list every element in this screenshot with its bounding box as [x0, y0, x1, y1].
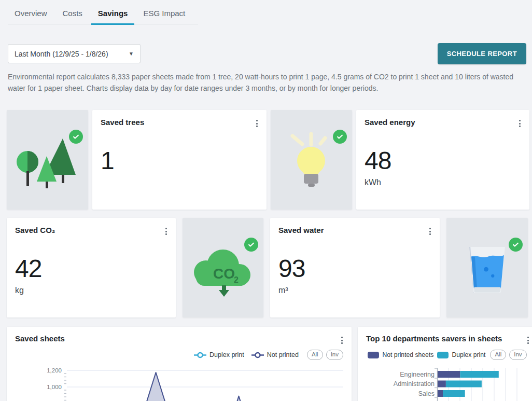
- legend-label: Duplex print: [452, 351, 485, 358]
- schedule-report-button[interactable]: SCHEDULE REPORT: [438, 43, 526, 64]
- legend-label: Not printed: [267, 351, 299, 358]
- legend-duplex-print[interactable]: Duplex print: [194, 351, 244, 358]
- card-menu-button[interactable]: [255, 118, 259, 129]
- card-title: Saved CO₂: [15, 226, 167, 234]
- saved-trees-value: 1: [101, 148, 258, 173]
- date-range-select[interactable]: Last Month (12/9/25 - 1/8/26) ▼: [8, 44, 141, 63]
- y-tick-1200: 1,200: [47, 367, 62, 374]
- metrics-row-1: Saved trees 1 Saved energy 48 kWh: [7, 110, 529, 210]
- select-all-series-button[interactable]: All: [307, 350, 323, 360]
- report-description: Environmental report calculates 8,333 pa…: [8, 72, 516, 94]
- category-sales: Sales: [418, 390, 435, 397]
- co2-cloud-icon: CO 2: [183, 218, 263, 317]
- saved-co2-value: 42: [15, 256, 167, 281]
- legend-duplex-print[interactable]: Duplex print: [437, 351, 485, 358]
- card-menu-button[interactable]: [517, 118, 522, 129]
- water-glass-icon: [446, 218, 528, 315]
- saved-trees-card: Saved trees 1: [92, 110, 267, 210]
- category-administration: Administration: [394, 380, 435, 388]
- card-title: Saved trees: [101, 118, 258, 127]
- saved-energy-illustration-tile: [271, 110, 352, 210]
- tab-costs[interactable]: Costs: [56, 4, 89, 25]
- tab-esg-impact[interactable]: ESG Impact: [136, 4, 192, 25]
- metrics-row-2: Saved CO₂ 42 kg CO 2 Saved water 93 m³: [7, 218, 528, 317]
- card-menu-button[interactable]: [526, 335, 530, 345]
- saved-trees-illustration-tile: [7, 110, 88, 210]
- card-title: Saved energy: [365, 118, 521, 127]
- card-menu-button[interactable]: [340, 335, 344, 345]
- tab-overview[interactable]: Overview: [8, 4, 54, 25]
- line-marker-icon: [251, 352, 264, 358]
- tab-savings[interactable]: Savings: [91, 4, 135, 25]
- saved-co2-card: Saved CO₂ 42 kg: [7, 218, 176, 317]
- saved-energy-value: 48: [365, 148, 521, 173]
- invert-series-button[interactable]: Inv: [326, 350, 343, 360]
- swatch-icon: [437, 352, 449, 358]
- legend-label: Not printed sheets: [382, 351, 433, 358]
- svg-text:CO: CO: [213, 266, 235, 282]
- sheets-plot: 1,200 1,000: [15, 363, 343, 401]
- saved-water-illustration-tile: [446, 218, 528, 317]
- y-tick-1000: 1,000: [47, 384, 62, 390]
- date-range-value: Last Month (12/9/25 - 1/8/26): [15, 50, 108, 58]
- line-marker-icon: [194, 352, 206, 358]
- saved-water-value: 93: [278, 256, 431, 281]
- card-menu-button[interactable]: [428, 226, 432, 237]
- saved-energy-card: Saved energy 48 kWh: [356, 110, 529, 210]
- category-engineering: Engineering: [400, 371, 435, 378]
- departments-bars: [438, 371, 499, 397]
- chevron-down-icon: ▼: [129, 51, 134, 57]
- legend-not-printed-sheets[interactable]: Not printed sheets: [368, 351, 433, 358]
- departments-plot: Engineering Administration Sales: [358, 363, 528, 401]
- legend-not-printed[interactable]: Not printed: [251, 351, 299, 358]
- lightbulb-icon: [271, 110, 352, 210]
- legend-label: Duplex print: [209, 351, 244, 358]
- saved-co2-illustration-tile: CO 2: [183, 218, 263, 317]
- departments-chart-card: Top 10 departments savers in sheets Not …: [358, 327, 532, 401]
- chart-title: Saved sheets: [15, 334, 65, 343]
- charts-row: Saved sheets Duplex print Not printed Al…: [7, 327, 528, 401]
- card-menu-button[interactable]: [164, 226, 169, 237]
- chart-title: Top 10 departments savers in sheets: [366, 334, 502, 343]
- saved-sheets-chart-card: Saved sheets Duplex print Not printed Al…: [7, 327, 352, 401]
- select-all-series-button[interactable]: All: [490, 350, 506, 360]
- svg-text:2: 2: [234, 275, 239, 284]
- saved-water-card: Saved water 93 m³: [270, 218, 440, 317]
- saved-energy-unit: kWh: [365, 178, 521, 187]
- tab-bar: Overview Costs Savings ESG Impact: [0, 0, 532, 24]
- saved-water-unit: m³: [278, 286, 431, 295]
- toolbar: Last Month (12/9/25 - 1/8/26) ▼ SCHEDULE…: [8, 43, 526, 64]
- saved-co2-unit: kg: [15, 286, 167, 295]
- card-title: Saved water: [278, 226, 431, 234]
- swatch-icon: [368, 352, 379, 358]
- invert-series-button[interactable]: Inv: [509, 350, 526, 360]
- trees-icon: [7, 110, 88, 210]
